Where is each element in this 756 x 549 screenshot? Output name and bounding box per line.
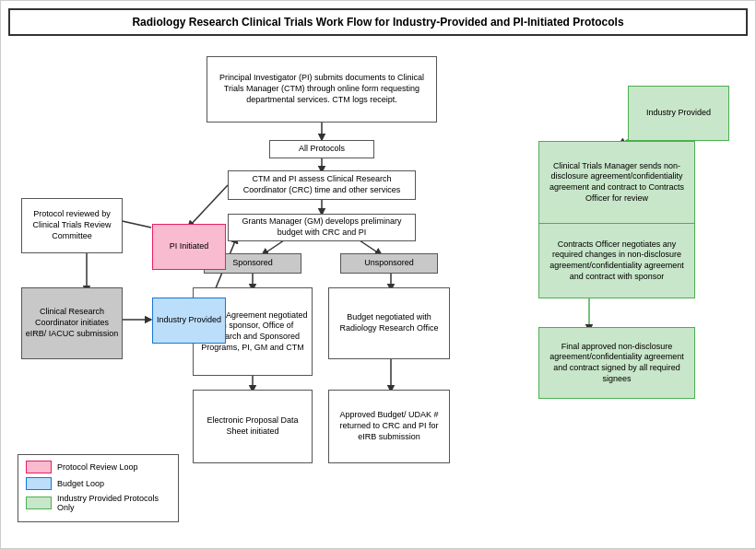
ctm-pi-assess-box: CTM and PI assess Clinical Research Coor… — [228, 170, 416, 200]
unsponsored-box: Unsponsored — [340, 253, 438, 274]
protocol-review-box: Protocol reviewed by Clinical Trials Rev… — [21, 198, 123, 253]
legend-blue-color — [26, 477, 52, 490]
grants-manager-box: Grants Manager (GM) develops preliminary… — [228, 214, 416, 241]
diagram-area: Principal Investigator (PI) submits docu… — [8, 43, 748, 541]
final-approved-box: Final approved non-disclosure agreement/… — [538, 327, 695, 399]
crc-elrb-box: Clinical Research Coordinator initiates … — [21, 287, 123, 359]
budget-radiology-box: Budget negotiated with Radiology Researc… — [328, 287, 450, 359]
legend-pink: Protocol Review Loop — [26, 461, 171, 473]
epds-box: Electronic Proposal Data Sheet initiated — [193, 390, 313, 463]
industry-provided-left-box: Industry Provided — [152, 298, 226, 344]
legend-blue: Budget Loop — [26, 477, 171, 490]
all-protocols-box: All Protocols — [269, 140, 374, 158]
industry-provided-top-box: Industry Provided — [628, 86, 729, 141]
legend-green-color — [26, 496, 52, 509]
legend: Protocol Review Loop Budget Loop Industr… — [18, 454, 179, 522]
main-container: Radiology Research Clinical Trials Work … — [0, 0, 756, 549]
contracts-officer-box: Contracts Officer negotiates any require… — [538, 223, 695, 298]
ctm-sends-box: Clinical Trials Manager sends non-disclo… — [538, 141, 695, 224]
legend-pink-color — [26, 461, 52, 473]
approved-budget-box: Approved Budget/ UDAK # returned to CRC … — [328, 390, 450, 463]
pi-initiated-box: PI Initiated — [152, 224, 226, 270]
legend-green: Industry Provided Protocols Only — [26, 494, 171, 512]
pi-submits-box: Principal Investigator (PI) submits docu… — [207, 56, 437, 123]
svg-line-9 — [188, 185, 228, 228]
page-title: Radiology Research Clinical Trials Work … — [8, 8, 748, 36]
